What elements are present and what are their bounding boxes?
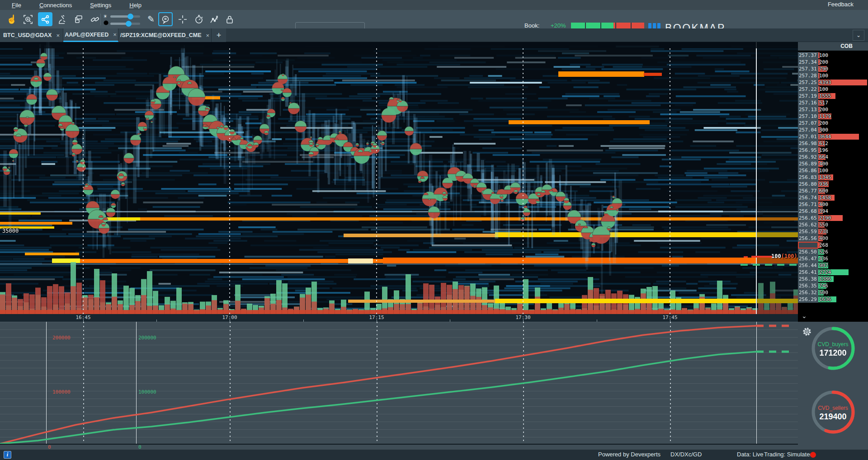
strategies-tool-button[interactable] xyxy=(207,12,222,26)
order-book-ladder[interactable]: COB 257.37100257.34200257.31790257.28100… xyxy=(798,42,868,322)
ladder-row[interactable]: 256.86100 xyxy=(798,167,868,174)
notes-tool-button[interactable] xyxy=(158,12,173,26)
ladder-row[interactable]: 256.80936 xyxy=(798,181,868,188)
new-tab-button[interactable]: + xyxy=(212,28,226,42)
ladder-row[interactable]: 257.254393 xyxy=(798,79,868,86)
cvd-sellers-gauge[interactable]: CVD_sellers 219400 xyxy=(810,389,857,436)
pan-tool-button[interactable]: ☝ xyxy=(5,12,19,26)
ladder-size: 400 xyxy=(819,235,828,242)
menu-item-settings[interactable]: Settings xyxy=(84,2,118,9)
ladder-price: 257.22 xyxy=(798,86,818,93)
ladder-size: 100 xyxy=(819,86,828,93)
ladder-price: 256.65 xyxy=(798,215,818,221)
ladder-row[interactable]: 256.412724 xyxy=(798,269,868,276)
ladder-row[interactable]: 256.62550 xyxy=(798,221,868,228)
tab-aapl-dxfeed[interactable]: AAPL@DXFEED× xyxy=(63,28,118,42)
ladder-row[interactable]: 256.56400 xyxy=(798,235,868,242)
ladder-row[interactable]: 256.68394 xyxy=(798,208,868,215)
ladder-price: 257.04 xyxy=(798,127,818,133)
ladder-row[interactable]: 257.22100 xyxy=(798,86,868,93)
ladder-row[interactable]: 257.31790 xyxy=(798,66,868,72)
cvd-right-tick: 100000 xyxy=(138,389,156,395)
tab-close-icon[interactable]: × xyxy=(56,32,60,39)
ladder-row[interactable]: 256.89400 xyxy=(798,160,868,167)
layers-tool-button[interactable] xyxy=(71,12,86,26)
ladder-row[interactable]: 256.50526 xyxy=(798,249,868,255)
ladder-row[interactable]: 256.59738 xyxy=(798,228,868,235)
ladder-row[interactable]: 256.35746 xyxy=(798,282,868,289)
ladder-row[interactable]: 256.77600 xyxy=(798,188,868,194)
timer-tool-button[interactable] xyxy=(192,12,206,26)
ladder-row[interactable]: 257.07200 xyxy=(798,120,868,127)
tab-close-icon[interactable]: × xyxy=(113,31,117,38)
ladder-size: 500 xyxy=(819,289,828,296)
ladder-row[interactable]: 256.98612 xyxy=(798,140,868,147)
ladder-row[interactable]: 256.44907 xyxy=(798,262,868,269)
ladder-size: 268 xyxy=(819,242,828,249)
ladder-row[interactable]: 257.16517 xyxy=(798,99,868,106)
ladder-row[interactable]: 257.101179 xyxy=(798,113,868,120)
ladder-row[interactable]: 256.95196 xyxy=(798,147,868,154)
heatmap-contrast-slider[interactable]: ☀ xyxy=(103,13,143,19)
ladder-row[interactable]: 257.013644 xyxy=(798,133,868,140)
zoom-region-button[interactable] xyxy=(21,12,35,26)
ladder-row[interactable]: 256.741458 xyxy=(798,194,868,201)
tab-btc-usd-gdax[interactable]: BTC_USD@GDAX× xyxy=(0,28,63,42)
ladder-size: 1345 xyxy=(819,174,831,181)
tab-close-icon[interactable]: × xyxy=(206,32,210,39)
ladder-row[interactable]: 256.32500 xyxy=(798,289,868,296)
connection-status-dot xyxy=(810,452,816,458)
ladder-row[interactable]: 256.92664 xyxy=(798,154,868,160)
ladder-row[interactable]: 256.831345 xyxy=(798,174,868,181)
cvd-buyers-value: 171200 xyxy=(810,348,857,358)
microscope-tool-button[interactable] xyxy=(55,12,70,26)
ladder-row[interactable]: 257.191555 xyxy=(798,93,868,99)
ladder-row[interactable]: 256.381386 xyxy=(798,276,868,282)
time-axis: 16:4517:0017:1517:3017:45 xyxy=(0,314,798,322)
ladder-row[interactable]: 256.291636 xyxy=(798,296,868,303)
tab-overflow-button[interactable]: ⌄ xyxy=(853,30,864,41)
ladder-row[interactable]: 257.28100 xyxy=(798,72,868,79)
menu-item-connections[interactable]: Connections xyxy=(33,2,78,9)
ladder-price: 257.07 xyxy=(798,120,818,127)
heatmap-chart[interactable] xyxy=(0,42,798,314)
menu-item-feedback[interactable]: Feedback xyxy=(821,1,860,8)
ladder-price: 257.16 xyxy=(798,99,818,106)
cvd-panel[interactable]: 200000 100000 0 200000 100000 0 xyxy=(0,322,798,450)
ladder-price: 256.98 xyxy=(798,140,818,147)
ladder-row[interactable]: 257.04300 xyxy=(798,127,868,133)
ladder-collapse-button[interactable]: ⌄ xyxy=(802,312,807,319)
cvd-buyers-gauge[interactable]: CVD_buyers 171200 xyxy=(810,325,857,372)
crosshair-tool-button[interactable] xyxy=(175,12,190,26)
ladder-price: 256.62 xyxy=(798,221,818,228)
ladder-size: 907 xyxy=(819,262,828,269)
ladder-price: 256.50 xyxy=(798,249,818,255)
ladder-size: 436 xyxy=(819,255,828,262)
toolbar: ☝ xyxy=(0,10,868,28)
ladder-row[interactable]: 257.13200 xyxy=(798,106,868,113)
ladder-row[interactable]: 257.34200 xyxy=(798,59,868,66)
bubbles-tool-button[interactable] xyxy=(38,12,52,26)
tab-label: AAPL@DXFEED xyxy=(65,32,108,38)
ladder-row[interactable]: 256.652190 xyxy=(798,215,868,221)
cvd-line-CVD_buyers xyxy=(0,352,756,444)
ladder-row[interactable]: 256.71400 xyxy=(798,201,868,208)
menu-item-file[interactable]: File xyxy=(5,2,28,9)
bubble-size-slider[interactable] xyxy=(103,20,143,27)
ladder-row[interactable]: 257.37100 xyxy=(798,52,868,59)
menu-item-help[interactable]: Help xyxy=(123,2,148,9)
ladder-size: 200 xyxy=(819,120,828,127)
ladder-row[interactable]: 256.47436 xyxy=(798,255,868,262)
ladder-price: 256.77 xyxy=(798,188,818,194)
ladder-row[interactable]: 256.54268 xyxy=(798,242,868,249)
pencil-tool-button[interactable]: ✎ xyxy=(144,12,158,26)
lock-tool-button[interactable] xyxy=(222,12,237,26)
tab--spz19-xcme-dxfeed-cme[interactable]: /SPZ19:XCME@DXFEED_CME× xyxy=(118,28,212,42)
chevron-down-icon: ⌄ xyxy=(802,312,807,319)
trading-mode-status: Trading: Simulated xyxy=(764,451,813,458)
info-icon[interactable]: i xyxy=(4,451,11,459)
cvd-zero-axis xyxy=(0,444,798,445)
ladder-price: 257.10 xyxy=(798,113,818,120)
ladder-size: 200 xyxy=(819,106,828,113)
ladder-price: 257.34 xyxy=(798,59,818,66)
